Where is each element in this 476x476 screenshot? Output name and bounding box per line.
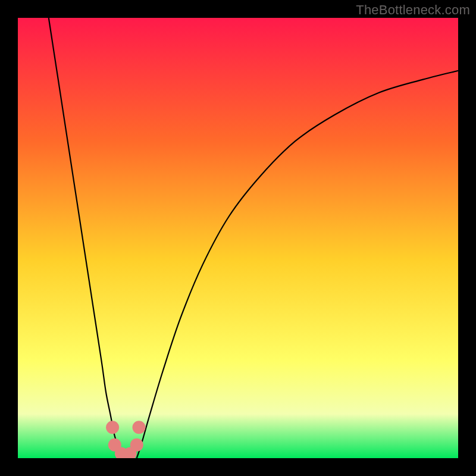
gradient-background [18,18,458,458]
chart-frame: TheBottleneck.com [0,0,476,476]
bottleneck-chart [18,18,458,458]
trough-marker [106,421,119,434]
plot-area [18,18,458,458]
trough-marker [130,439,143,452]
watermark-text: TheBottleneck.com [356,2,470,18]
trough-marker [133,421,146,434]
